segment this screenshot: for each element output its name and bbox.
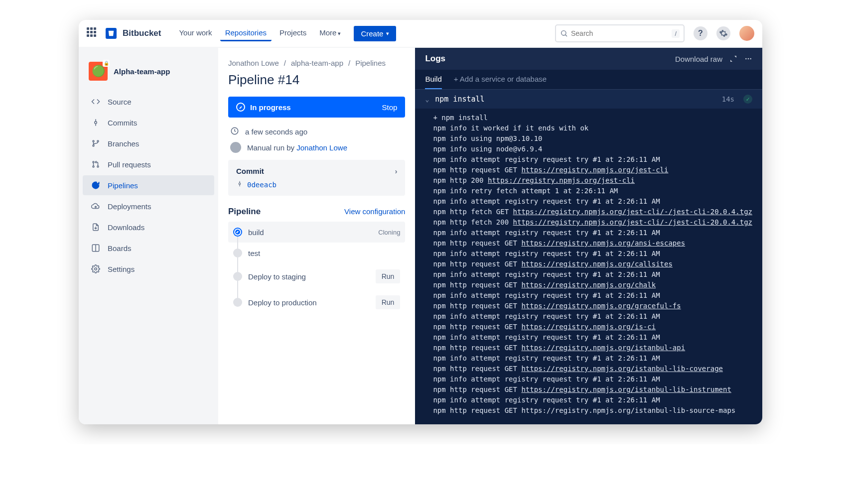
- sidebar-item-commits[interactable]: Commits: [83, 113, 214, 132]
- sidebar-item-source[interactable]: Source: [83, 92, 214, 112]
- tab-build[interactable]: Build: [425, 70, 441, 89]
- log-step-header[interactable]: ⌄ npm install 14s ✓: [415, 90, 762, 109]
- log-line: npm info attempt registry request try #1…: [433, 332, 752, 343]
- pipeline-pane: Jonathon Lowe / alpha-team-app / Pipelin…: [218, 48, 415, 424]
- sidebar-item-pull-requests[interactable]: Pull requests: [83, 154, 214, 174]
- expand-icon[interactable]: [729, 55, 737, 63]
- meta-user: Manual run by Jonathon Lowe: [228, 142, 405, 153]
- commit-header: Commit ›: [236, 167, 397, 175]
- download-raw-button[interactable]: Download raw: [664, 55, 722, 63]
- log-url[interactable]: https://registry.npmjs.org/jest-cli: [488, 176, 635, 184]
- svg-point-15: [239, 183, 241, 185]
- commit-hash[interactable]: 0deeacb: [236, 180, 397, 189]
- stage-status: Cloning: [378, 229, 400, 236]
- pipeline-stage[interactable]: Deploy to productionRun: [228, 289, 405, 315]
- log-url[interactable]: https://registry.npmjs.org/jest-cli/-/je…: [513, 218, 752, 226]
- run-text: Manual run by Jonathon Lowe: [247, 143, 347, 152]
- commit-hash-value: 0deeacb: [247, 181, 277, 189]
- stop-button[interactable]: Stop: [382, 103, 398, 112]
- log-url[interactable]: https://registry.npmjs.org/graceful-fs: [521, 302, 681, 310]
- breadcrumb-section[interactable]: Pipelines: [355, 59, 386, 67]
- repo-header[interactable]: 🟢🔒 Alpha-team-app: [83, 58, 214, 85]
- tab-add-service[interactable]: + Add a service or database: [454, 70, 547, 89]
- user-avatar[interactable]: [739, 26, 754, 41]
- sidebar-label: Settings: [108, 265, 135, 273]
- help-icon[interactable]: ?: [694, 26, 707, 40]
- logs-title: Logs: [425, 54, 445, 64]
- log-url[interactable]: https://registry.npmjs.org/istanbul-lib-…: [521, 365, 723, 373]
- nav-more[interactable]: More: [314, 25, 346, 41]
- breadcrumb-owner[interactable]: Jonathon Lowe: [228, 59, 279, 67]
- nav-repositories[interactable]: Repositories: [220, 25, 272, 41]
- search-field[interactable]: [571, 29, 669, 37]
- logs-tabs: Build + Add a service or database: [415, 70, 762, 90]
- sidebar-item-branches[interactable]: Branches: [83, 133, 214, 153]
- time-text: a few seconds ago: [245, 127, 307, 136]
- log-line: npm http request GET https://registry.np…: [433, 343, 752, 353]
- log-line: npm info attempt registry request try #1…: [433, 395, 752, 405]
- stage-name: Deploy to staging: [248, 272, 306, 281]
- sidebar-item-boards[interactable]: Boards: [83, 238, 214, 258]
- view-config-link[interactable]: View configuration: [344, 207, 405, 216]
- run-user-link[interactable]: Jonathon Lowe: [296, 143, 347, 152]
- log-line: npm http request GET https://registry.np…: [433, 238, 752, 249]
- search-icon: [560, 29, 568, 37]
- log-line: npm http request GET https://registry.np…: [433, 280, 752, 290]
- settings-icon[interactable]: [716, 26, 730, 40]
- run-button[interactable]: Run: [376, 295, 401, 309]
- lock-icon: 🔒: [103, 60, 110, 67]
- svg-point-21: [748, 58, 749, 60]
- pipeline-stage[interactable]: test: [228, 243, 405, 263]
- logs-header: Logs Download raw: [415, 48, 762, 70]
- board-icon: [91, 243, 101, 253]
- status-bar: In progress Stop: [228, 97, 405, 118]
- sidebar-item-pipelines[interactable]: Pipelines: [83, 175, 214, 195]
- more-icon[interactable]: [744, 55, 752, 63]
- log-line: npm info attempt registry request try #1…: [433, 154, 752, 165]
- svg-point-6: [93, 145, 94, 146]
- log-url[interactable]: https://registry.npmjs.org/is-ci: [521, 323, 656, 331]
- sidebar-label: Pull requests: [108, 160, 151, 169]
- log-line: npm info attempt registry request try #1…: [433, 290, 752, 301]
- sidebar-label: Boards: [108, 244, 132, 252]
- sidebar-item-settings[interactable]: Settings: [83, 259, 214, 279]
- log-url[interactable]: https://registry.npmjs.org/chalk: [521, 281, 656, 289]
- nav-projects[interactable]: Projects: [275, 25, 311, 41]
- log-url[interactable]: https://registry.npmjs.org/istanbul-lib-…: [521, 385, 731, 393]
- sidebar-label: Branches: [108, 139, 139, 148]
- run-button[interactable]: Run: [376, 269, 401, 283]
- step-name: npm install: [435, 95, 484, 104]
- in-progress-icon: [236, 103, 245, 112]
- pipeline-stage[interactable]: buildCloning: [228, 222, 405, 243]
- sidebar-label: Downloads: [108, 223, 144, 232]
- repo-icon: 🟢🔒: [89, 62, 108, 81]
- branch-icon: [91, 138, 101, 148]
- log-line: npm http request GET https://registry.np…: [433, 384, 752, 395]
- breadcrumb-sep: /: [348, 59, 350, 67]
- log-line: npm info attempt registry request try #1…: [433, 249, 752, 259]
- log-body[interactable]: + npm installnpm info it worked if it en…: [415, 109, 762, 424]
- product-name: Bitbucket: [123, 28, 161, 38]
- log-line: + npm install: [433, 113, 752, 123]
- nav-your-work[interactable]: Your work: [174, 25, 217, 41]
- repo-name: Alpha-team-app: [114, 67, 170, 76]
- search-input[interactable]: /: [555, 24, 685, 42]
- sidebar-item-deployments[interactable]: Deployments: [83, 196, 214, 216]
- chevron-right-icon[interactable]: ›: [395, 167, 397, 175]
- bitbucket-logo-icon[interactable]: [106, 28, 117, 39]
- app-switcher-icon[interactable]: [87, 27, 99, 39]
- breadcrumb-repo[interactable]: alpha-team-app: [291, 59, 343, 67]
- log-line: npm info attempt registry request try #1…: [433, 311, 752, 322]
- log-url[interactable]: https://registry.npmjs.org/jest-cli: [521, 166, 668, 174]
- log-url[interactable]: https://registry.npmjs.org/jest-cli/-/je…: [513, 208, 752, 216]
- log-url[interactable]: https://registry.npmjs.org/callsites: [521, 260, 672, 268]
- log-url[interactable]: https://registry.npmjs.org/istanbul-api: [521, 344, 685, 352]
- pipeline-stage[interactable]: Deploy to stagingRun: [228, 263, 405, 289]
- create-button[interactable]: Create: [354, 26, 396, 41]
- sidebar-item-downloads[interactable]: Downloads: [83, 217, 214, 237]
- nav-links: Your work Repositories Projects More Cre…: [174, 25, 396, 41]
- commit-label: Commit: [236, 167, 264, 175]
- search-shortcut: /: [672, 29, 680, 38]
- log-url[interactable]: https://registry.npmjs.org/ansi-escapes: [521, 239, 685, 247]
- log-line: npm info using node@v6.9.4: [433, 144, 752, 154]
